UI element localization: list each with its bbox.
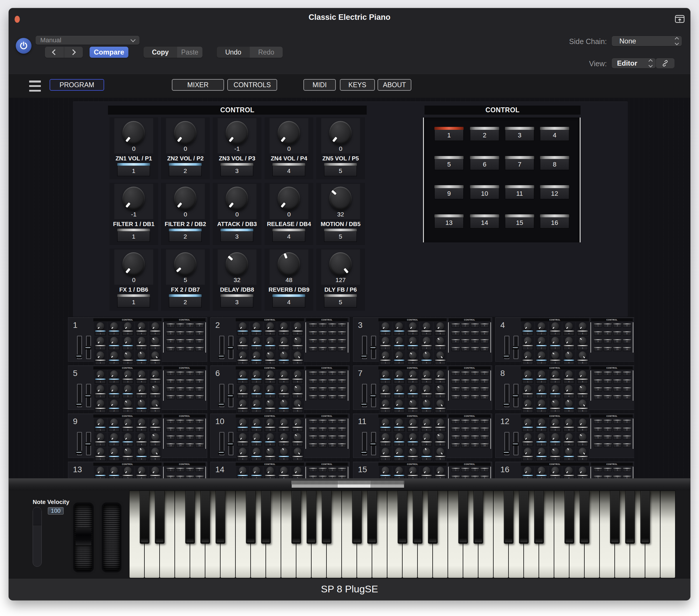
- mini-knob[interactable]: [409, 400, 417, 407]
- control-pad-button[interactable]: 2: [470, 127, 499, 141]
- mini-knob[interactable]: [294, 448, 301, 455]
- control-knob[interactable]: [174, 121, 196, 144]
- mini-knob-button[interactable]: 1: [380, 347, 391, 350]
- mini-knob-button[interactable]: 1: [380, 457, 391, 461]
- mini-pad-button[interactable]: 3: [613, 420, 621, 424]
- black-key[interactable]: [458, 491, 468, 544]
- mini-knob-button[interactable]: 5: [292, 361, 303, 365]
- slider-handle[interactable]: [503, 354, 509, 358]
- mini-knob-button[interactable]: 2: [536, 428, 547, 432]
- mini-pad-button[interactable]: 2: [461, 372, 470, 376]
- mini-knob[interactable]: [96, 371, 104, 378]
- zone-slider[interactable]: [228, 432, 233, 455]
- mini-pad-button[interactable]: 15: [471, 347, 479, 351]
- mini-knob[interactable]: [110, 351, 118, 359]
- mini-knob-button[interactable]: 5: [150, 332, 160, 335]
- mini-knob[interactable]: [538, 400, 545, 407]
- mini-pad-button[interactable]: 11: [471, 387, 479, 391]
- control-pad-button[interactable]: 5: [434, 156, 464, 170]
- mini-knob[interactable]: [266, 467, 274, 474]
- mini-pad-button[interactable]: 13: [309, 443, 317, 447]
- slider-handle[interactable]: [85, 394, 91, 398]
- mini-knob-button[interactable]: 3: [122, 394, 133, 398]
- mini-knob-button[interactable]: 3: [122, 347, 133, 350]
- mini-knob-button[interactable]: 4: [279, 457, 289, 461]
- mini-knob[interactable]: [551, 433, 559, 441]
- mini-knob-button[interactable]: 5: [435, 380, 446, 384]
- mini-knob-button[interactable]: 3: [265, 380, 275, 384]
- mini-pad-button[interactable]: 3: [186, 323, 194, 327]
- black-key[interactable]: [413, 491, 422, 544]
- black-key[interactable]: [367, 491, 377, 544]
- mini-pad-button[interactable]: 12: [480, 339, 489, 343]
- mini-knob-button[interactable]: 2: [251, 428, 262, 432]
- mini-knob-button[interactable]: 4: [136, 347, 147, 350]
- slider-handle[interactable]: [361, 354, 367, 358]
- mini-pad-button[interactable]: 1: [594, 468, 602, 472]
- control-pad-button[interactable]: 16: [540, 214, 569, 228]
- mini-pad-button[interactable]: 3: [613, 372, 621, 376]
- mini-pad-button[interactable]: 12: [623, 339, 631, 343]
- zone-slider[interactable]: [77, 336, 82, 359]
- mini-knob-button[interactable]: 2: [251, 361, 262, 365]
- mini-knob-button[interactable]: 3: [265, 394, 275, 398]
- mini-knob-button[interactable]: 1: [523, 428, 533, 432]
- mini-pad-button[interactable]: 7: [471, 476, 479, 478]
- mini-pad-button[interactable]: 7: [186, 379, 194, 384]
- mini-pad-button[interactable]: 7: [613, 331, 621, 335]
- mini-knob-button[interactable]: 1: [95, 428, 106, 432]
- black-key[interactable]: [519, 491, 529, 544]
- mini-knob[interactable]: [423, 371, 430, 378]
- zone-panel[interactable]: 1CONTROLCONTROL1234512345123451234567891…: [68, 317, 207, 362]
- mini-knob[interactable]: [436, 371, 444, 378]
- mini-pad-button[interactable]: 2: [319, 468, 327, 472]
- mini-pad-button[interactable]: 7: [328, 428, 337, 432]
- mini-knob-button[interactable]: 2: [109, 476, 119, 478]
- mini-knob-button[interactable]: 5: [435, 409, 446, 413]
- mini-knob-button[interactable]: 1: [95, 457, 106, 461]
- mini-knob-button[interactable]: 3: [122, 332, 133, 335]
- mini-pad-button[interactable]: 13: [309, 395, 317, 399]
- mini-pad-button[interactable]: 7: [613, 379, 621, 384]
- mini-pad-button[interactable]: 1: [594, 323, 602, 327]
- mini-knob[interactable]: [565, 371, 573, 378]
- mini-pad-button[interactable]: 1: [452, 420, 460, 424]
- mini-knob[interactable]: [382, 418, 389, 426]
- mini-knob[interactable]: [423, 322, 430, 330]
- mini-knob[interactable]: [409, 351, 417, 359]
- mini-knob[interactable]: [110, 337, 118, 345]
- mini-pad-button[interactable]: 3: [328, 323, 337, 327]
- mini-knob[interactable]: [266, 337, 274, 345]
- mini-knob[interactable]: [239, 385, 247, 392]
- mini-knob[interactable]: [538, 322, 545, 330]
- mini-knob-button[interactable]: 4: [136, 443, 147, 446]
- mini-pad-button[interactable]: 8: [623, 331, 631, 335]
- mini-pad-button[interactable]: 8: [623, 428, 631, 432]
- mini-knob[interactable]: [110, 448, 118, 455]
- mini-pad-button[interactable]: 5: [594, 428, 602, 432]
- mini-pad-button[interactable]: 6: [176, 379, 184, 384]
- mini-knob[interactable]: [565, 322, 573, 330]
- mini-pad-button[interactable]: 14: [461, 395, 470, 399]
- slider-handle[interactable]: [218, 402, 224, 406]
- mini-knob[interactable]: [423, 337, 430, 345]
- mini-pad-button[interactable]: 11: [613, 387, 621, 391]
- mini-pad-button[interactable]: 4: [480, 468, 489, 472]
- mini-pad-button[interactable]: 5: [309, 428, 317, 432]
- zone-slider[interactable]: [362, 336, 367, 359]
- mini-pad-button[interactable]: 2: [604, 323, 612, 327]
- tab-keys[interactable]: KEYS: [340, 79, 375, 91]
- tab-about[interactable]: ABOUT: [378, 79, 411, 91]
- mini-pad-button[interactable]: 3: [471, 323, 479, 327]
- slider-handle[interactable]: [227, 346, 233, 349]
- mini-pad-button[interactable]: 2: [604, 372, 612, 376]
- mini-knob[interactable]: [382, 433, 389, 441]
- mini-knob[interactable]: [409, 371, 417, 378]
- mini-knob[interactable]: [382, 467, 389, 474]
- mini-knob-button[interactable]: 2: [109, 394, 119, 398]
- mini-knob[interactable]: [124, 433, 132, 441]
- compare-button[interactable]: Compare: [90, 47, 128, 58]
- mini-knob[interactable]: [96, 448, 104, 455]
- mini-pad-button[interactable]: 12: [623, 387, 631, 391]
- mini-pad-button[interactable]: 9: [594, 339, 602, 343]
